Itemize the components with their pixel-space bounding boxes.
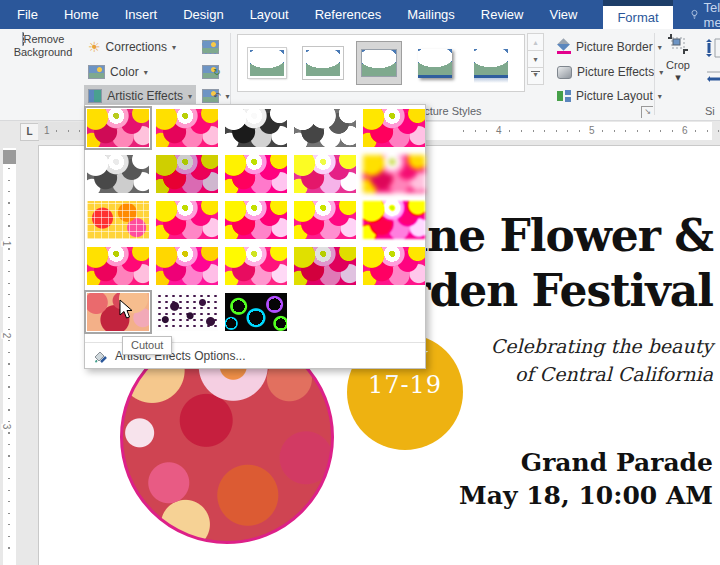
artistic-effect-light-screen[interactable] bbox=[87, 201, 149, 239]
artistic-effect-line-drawing[interactable] bbox=[363, 109, 425, 147]
artistic-effect-texturizer[interactable] bbox=[87, 247, 149, 285]
remove-background-button[interactable]: Remove Background bbox=[6, 33, 80, 107]
tab-file[interactable]: File bbox=[17, 7, 38, 22]
shape-width-icon[interactable] bbox=[705, 71, 720, 87]
color-picture-icon bbox=[88, 65, 105, 79]
remove-background-label-1: Remove bbox=[24, 33, 65, 45]
picture-style-1[interactable] bbox=[244, 41, 290, 85]
chevron-down-icon: ▾ bbox=[226, 92, 230, 101]
landscape-thumb-icon bbox=[248, 48, 286, 78]
ruler-number: 4 bbox=[493, 125, 505, 136]
artistic-effect-film-grain[interactable] bbox=[225, 201, 287, 239]
tab-mailings[interactable]: Mailings bbox=[407, 7, 455, 22]
tab-insert[interactable]: Insert bbox=[125, 7, 158, 22]
tab-stop-selector[interactable]: L bbox=[20, 123, 39, 141]
tab-review[interactable]: Review bbox=[481, 7, 524, 22]
artistic-effect-paint-brush[interactable] bbox=[225, 155, 287, 193]
gallery-more-button[interactable]: ▾ bbox=[527, 67, 544, 85]
ruler-ticks bbox=[8, 168, 10, 558]
picture-layout-button[interactable]: Picture Layout ▾ bbox=[553, 85, 666, 107]
paint-bucket-icon bbox=[93, 349, 108, 363]
artistic-effect-none[interactable] bbox=[87, 109, 149, 147]
chevron-down-icon: ▾ bbox=[144, 68, 148, 77]
gallery-scroll-up-button[interactable]: ▴ bbox=[527, 33, 544, 51]
artistic-effect-photocopy[interactable] bbox=[156, 293, 218, 331]
artistic-effect-glow-diffused[interactable] bbox=[294, 155, 356, 193]
artistic-effect-cutout[interactable] bbox=[87, 293, 149, 331]
artistic-effect-pastels-smooth[interactable] bbox=[225, 247, 287, 285]
color-button[interactable]: Color ▾ bbox=[84, 61, 152, 83]
artistic-effect-pencil-grayscale[interactable] bbox=[225, 109, 287, 147]
compress-pictures-button[interactable] bbox=[198, 36, 223, 58]
picture-border-button[interactable]: Picture Border ▾ bbox=[553, 36, 666, 58]
artistic-effect-plastic-wrap[interactable] bbox=[294, 247, 356, 285]
artistic-effects-icon bbox=[88, 89, 102, 103]
picture-style-5[interactable] bbox=[468, 41, 514, 85]
chevron-down-icon: ▾ bbox=[172, 43, 176, 52]
picture-style-2[interactable] bbox=[300, 41, 346, 85]
picture-style-4[interactable] bbox=[412, 41, 458, 85]
ruler-number: 1 bbox=[41, 125, 53, 136]
picture-style-3-selected[interactable] bbox=[356, 41, 402, 85]
artistic-effect-pencil-sketch[interactable] bbox=[294, 109, 356, 147]
picture-border-label: Picture Border bbox=[576, 40, 653, 54]
ruler-number: 1 bbox=[1, 241, 12, 247]
ribbon-tab-bar: FileHomeInsertDesignLayoutReferencesMail… bbox=[0, 0, 720, 29]
ruler-number: 2 bbox=[1, 333, 12, 339]
tell-me-box[interactable]: Tell me... bbox=[691, 0, 720, 30]
tab-view[interactable]: View bbox=[549, 7, 577, 22]
crop-button[interactable]: Crop ▾ bbox=[656, 33, 700, 107]
artistic-effects-label: Artistic Effects bbox=[107, 89, 183, 103]
main-tabs: FileHomeInsertDesignLayoutReferencesMail… bbox=[17, 7, 603, 22]
tab-references[interactable]: References bbox=[315, 7, 381, 22]
change-picture-button[interactable]: ↻ bbox=[198, 61, 225, 83]
sun-icon: ☀ bbox=[88, 40, 101, 54]
mouse-cursor bbox=[119, 299, 134, 320]
artistic-effect-watercolor-sponge[interactable] bbox=[156, 201, 218, 239]
crop-label: Crop bbox=[666, 59, 690, 71]
chevron-down-icon: ▾ bbox=[188, 92, 192, 101]
artistic-effect-blur[interactable] bbox=[363, 155, 425, 193]
remove-background-icon bbox=[22, 32, 24, 46]
tab-format-label: Format bbox=[617, 10, 658, 25]
artistic-effect-chalk-sketch[interactable] bbox=[87, 155, 149, 193]
tooltip: Cutout bbox=[122, 336, 172, 355]
subtitle-line-1: Celebrating the beauty bbox=[491, 335, 713, 357]
corrections-button[interactable]: ☀ Corrections ▾ bbox=[84, 36, 180, 58]
tab-design[interactable]: Design bbox=[183, 7, 223, 22]
gallery-scroll-controls: ▴ ▾ ▾ bbox=[527, 34, 544, 92]
artistic-effect-cement[interactable] bbox=[363, 247, 425, 285]
size-group-label: Si bbox=[705, 105, 715, 117]
picture-styles-dialog-launcher[interactable]: ↘ bbox=[641, 106, 653, 118]
tab-layout[interactable]: Layout bbox=[250, 7, 289, 22]
tab-home[interactable]: Home bbox=[64, 7, 99, 22]
picture-effects-label: Picture Effects bbox=[577, 65, 654, 79]
tell-me-label: Tell me... bbox=[704, 0, 720, 30]
tab-format-active[interactable]: Format bbox=[603, 6, 672, 29]
ruler-number: 5 bbox=[586, 125, 598, 136]
landscape-thumb-icon bbox=[474, 49, 508, 78]
smartart-layout-icon bbox=[557, 90, 571, 102]
artistic-effect-marker[interactable] bbox=[156, 109, 218, 147]
artistic-effect-mosaic-bubbles[interactable] bbox=[294, 201, 356, 239]
effects-shape-icon bbox=[557, 66, 572, 79]
artistic-effect-crisscross-etching[interactable] bbox=[156, 247, 218, 285]
group-separator bbox=[654, 33, 655, 115]
color-label: Color bbox=[110, 65, 139, 79]
vertical-ruler[interactable]: 1 2 3 bbox=[3, 148, 16, 565]
landscape-thumb-icon bbox=[303, 47, 343, 79]
remove-background-label-2: Background bbox=[14, 46, 73, 58]
document-event-text: Grand Parade May 18, 10:00 AM bbox=[459, 446, 713, 512]
picture-tools-context-band bbox=[603, 0, 672, 6]
group-separator bbox=[230, 33, 231, 115]
document-subtitle: Celebrating the beauty of Central Califo… bbox=[491, 332, 713, 388]
artistic-effect-paint-strokes[interactable] bbox=[156, 155, 218, 193]
title-line-2: rden Festival bbox=[407, 265, 713, 316]
artistic-effects-grid bbox=[85, 105, 425, 335]
picture-effects-button[interactable]: Picture Effects ▾ bbox=[553, 61, 667, 83]
shape-height-icon[interactable] bbox=[705, 37, 720, 59]
artistic-effect-glow-edges[interactable] bbox=[225, 293, 287, 331]
artistic-effect-glass[interactable] bbox=[363, 201, 425, 239]
subtitle-line-2: of Central California bbox=[515, 363, 713, 385]
undo-arrow-icon: ↶ bbox=[213, 91, 221, 101]
